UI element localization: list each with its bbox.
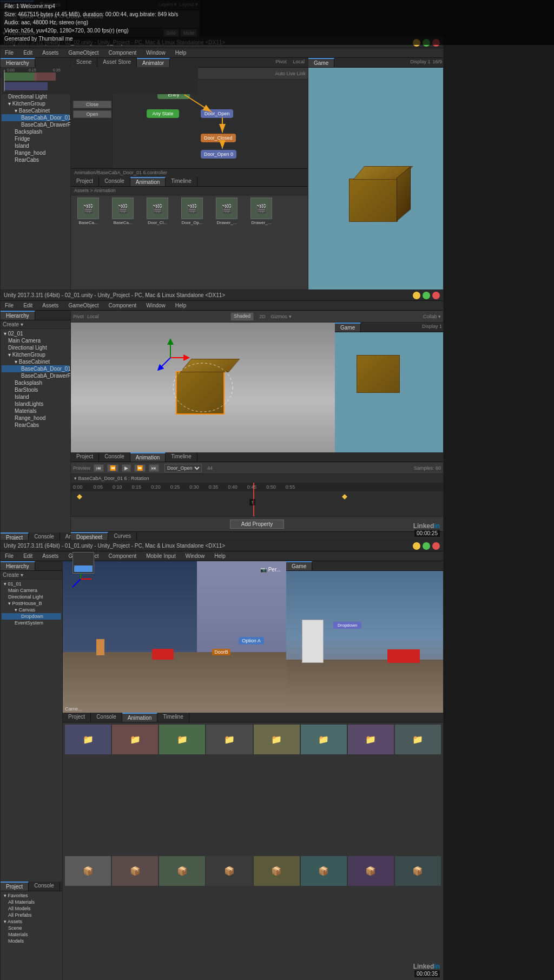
menu-file-1[interactable]: File — [3, 49, 16, 56]
tab-hier-3[interactable]: Hierarchy — [1, 561, 35, 570]
node-dooropen[interactable]: Door_Open — [201, 109, 233, 118]
hier-rearcabs-2[interactable]: RearCabs — [2, 422, 69, 429]
asset-thumb-11[interactable]: 📦 — [159, 856, 205, 886]
anim-next-btn[interactable]: ⏩ — [134, 464, 146, 472]
proj-allmaterials-3[interactable]: All Materials — [2, 899, 61, 905]
menu-edit-3[interactable]: Edit — [21, 553, 35, 560]
dropdown-overlay[interactable]: Dropdown — [333, 622, 361, 629]
asset-thumb-7[interactable]: 📁 — [348, 725, 394, 754]
tab-anim-3[interactable]: Animation — [122, 713, 157, 722]
asset-thumb-5[interactable]: 📁 — [254, 725, 300, 754]
gizmos-btn[interactable]: Gizmos ▾ — [271, 314, 292, 319]
proj-builtin-3[interactable]: Scene — [2, 925, 61, 931]
minimize-btn-2[interactable] — [413, 292, 420, 299]
close-btn-2[interactable] — [432, 292, 440, 299]
add-property-btn[interactable]: Add Property — [230, 519, 284, 529]
hier-item-rangehood-1[interactable]: Range_hood — [2, 149, 69, 156]
scene-view-2[interactable] — [71, 323, 335, 452]
hier-islandlights-2[interactable]: IslandLights — [2, 400, 69, 407]
anim-prev-btn[interactable]: ⏪ — [107, 464, 118, 472]
asset-thumb-9[interactable]: 📦 — [65, 856, 111, 886]
tab-game-1[interactable]: Game — [308, 58, 334, 67]
menu-gameobject-2[interactable]: GameObject — [66, 302, 101, 309]
node-doorclosed[interactable]: Door_Closed — [201, 134, 236, 142]
tab-proj-3[interactable]: Project — [63, 713, 91, 722]
menu-gameobject-1[interactable]: GameObject — [66, 49, 101, 56]
tab-cons-3[interactable]: Console — [91, 713, 122, 722]
hier-item-rearcabs-1[interactable]: RearCabs — [2, 156, 69, 163]
node-dooropen0[interactable]: Door_Open 0 — [201, 150, 236, 159]
asset-thumb-10[interactable]: 📦 — [112, 856, 158, 886]
hier-item-drawer-1[interactable]: BaseCabA_DrawerFront_d — [2, 121, 69, 128]
hier-dirlight-3[interactable]: Directional Light — [2, 594, 61, 600]
create-btn-3[interactable]: Create ▾ — [3, 572, 23, 578]
anim-start-btn[interactable]: ⏮ — [94, 464, 104, 472]
tab-proj-tl[interactable]: Project — [71, 452, 99, 462]
menu-help-2[interactable]: Help — [173, 302, 189, 309]
proj-allprefabs-3[interactable]: All Prefabs — [2, 912, 61, 918]
tab-project-anim-1[interactable]: Project — [71, 177, 99, 186]
clip-3[interactable]: 🎬 Door_Cl... — [142, 198, 173, 225]
menu-window-3[interactable]: Window — [183, 553, 207, 560]
proj-assets-3[interactable]: ▾ Assets — [2, 918, 61, 925]
menu-component-2[interactable]: Component — [107, 302, 139, 309]
menu-mobileinput-3[interactable]: Mobile Input — [144, 553, 177, 560]
asset-thumb-6[interactable]: 📁 — [301, 725, 347, 754]
asset-thumb-15[interactable]: 📦 — [348, 856, 394, 886]
minimize-btn-3[interactable] — [413, 542, 420, 550]
collab-2[interactable]: Collab ▾ — [423, 314, 441, 319]
menu-assets-2[interactable]: Assets — [40, 302, 61, 309]
hier-dropdown-3[interactable]: Dropdown — [2, 613, 61, 620]
hier-item-basecabdoor-1[interactable]: BaseCabA_Door_01 6 — [2, 114, 69, 121]
clip-1[interactable]: 🎬 BaseCa... — [73, 198, 103, 225]
anim-play-btn[interactable]: ▶ — [122, 464, 131, 472]
asset-thumb-8[interactable]: 📁 — [395, 725, 441, 754]
tab-hierarchy-2[interactable]: Hierarchy — [1, 311, 35, 320]
create-btn-2[interactable]: Create ▾ — [3, 321, 23, 327]
2d-btn[interactable]: 2D — [259, 314, 266, 319]
hier-light-2[interactable]: Directional Light — [2, 344, 69, 351]
close-btn-anim[interactable]: Close — [73, 101, 111, 108]
hier-item-basecabinet-1[interactable]: ▾ BaseCabinet — [2, 107, 69, 114]
tab-anim-tl[interactable]: Animation — [130, 452, 166, 462]
menu-window-2[interactable]: Window — [144, 302, 168, 309]
anim-end-btn[interactable]: ⏭ — [149, 464, 159, 472]
asset-thumb-1[interactable]: 📁 — [65, 725, 111, 754]
hier-camera-2[interactable]: Main Camera — [2, 337, 69, 344]
asset-thumb-14[interactable]: 📦 — [301, 856, 347, 886]
tab-cons-tl[interactable]: Console — [99, 452, 130, 462]
asset-thumb-13[interactable]: 📦 — [254, 856, 300, 886]
menu-assets-1[interactable]: Assets — [40, 49, 61, 56]
hier-backsplash-2[interactable]: Backsplash — [2, 379, 69, 386]
close-btn-3[interactable] — [432, 542, 440, 550]
hier-rangehood-2[interactable]: Range_hood — [2, 415, 69, 422]
proj-material-3[interactable]: Materials — [2, 931, 61, 938]
proj-models-3[interactable]: Models — [2, 938, 61, 944]
menu-component-3[interactable]: Component — [107, 553, 139, 560]
menu-file-3[interactable]: File — [3, 553, 16, 560]
tab-console-3[interactable]: Console — [29, 882, 60, 891]
tab-assetstore-anim[interactable]: Asset Store — [97, 58, 137, 67]
game-label-2[interactable]: Game — [335, 323, 361, 332]
menu-component-1[interactable]: Component — [107, 49, 139, 56]
menu-file-2[interactable]: File — [3, 302, 16, 309]
shaded-btn[interactable]: Shaded — [230, 312, 254, 321]
hier-camera-3[interactable]: Main Camera — [2, 587, 61, 594]
tab-hierarchy-1[interactable]: Hierarchy — [1, 58, 35, 67]
hier-door-2[interactable]: BaseCabA_Door_01 6 — [2, 365, 69, 372]
hier-root-2[interactable]: ▾ 02_01 — [2, 330, 69, 337]
open-btn-anim[interactable]: Open — [73, 110, 111, 118]
asset-thumb-3[interactable]: 📁 — [159, 725, 205, 754]
option-a-btn[interactable]: Option A — [239, 637, 264, 644]
hier-materials-2[interactable]: Materials — [2, 407, 69, 415]
scene-view-3-left[interactable]: Option A DoorB 📷 Per... Came... — [63, 561, 286, 713]
clip-6[interactable]: 🎬 Drawer_... — [246, 198, 276, 225]
tab-console-anim-1[interactable]: Console — [99, 177, 130, 186]
tab-animator[interactable]: Animator — [137, 58, 170, 67]
tab-timeline-1[interactable]: Timeline — [166, 177, 197, 186]
hier-item-kitchen-1[interactable]: ▾ KitchenGroup — [2, 100, 69, 107]
menu-edit-2[interactable]: Edit — [21, 302, 35, 309]
hier-posthouse-3[interactable]: ▾ PostHouse_B — [2, 600, 61, 607]
hier-item-backsplash-1[interactable]: Backsplash — [2, 128, 69, 135]
clip-5[interactable]: 🎬 Drawer_... — [212, 198, 242, 225]
